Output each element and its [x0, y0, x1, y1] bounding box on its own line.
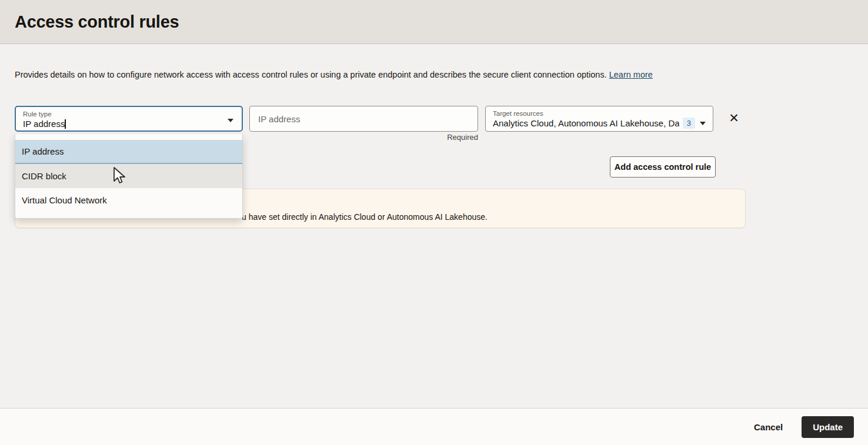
- rule-type-value: IP address: [23, 118, 65, 129]
- page-header: Access control rules: [0, 0, 868, 44]
- update-button[interactable]: Update: [802, 416, 854, 438]
- chevron-down-icon: [228, 119, 233, 122]
- remove-rule-button[interactable]: ✕: [725, 109, 743, 127]
- ip-address-input[interactable]: [258, 114, 469, 124]
- access-control-rules-page: Access control rules Provides details on…: [0, 0, 868, 445]
- rule-type-combobox[interactable]: Rule type IP address: [15, 106, 243, 132]
- intro-text: Provides details on how to configure net…: [15, 70, 607, 79]
- dropdown-option-cidr-block[interactable]: CIDR block: [15, 164, 242, 188]
- selection-count-badge: 3: [683, 118, 695, 129]
- text-caret: [65, 119, 66, 129]
- close-icon: ✕: [729, 111, 739, 125]
- cancel-button[interactable]: Cancel: [754, 422, 783, 432]
- rule-type-dropdown-menu: IP address CIDR block Virtual Cloud Netw…: [15, 134, 243, 219]
- learn-more-link[interactable]: Learn more: [609, 70, 653, 79]
- target-resources-label: Target resources: [493, 109, 706, 118]
- rule-type-label: Rule type: [23, 110, 235, 118]
- chevron-down-icon: [700, 122, 706, 125]
- dropdown-option-virtual-cloud-network[interactable]: Virtual Cloud Network: [15, 188, 242, 212]
- page-title: Access control rules: [15, 12, 179, 32]
- intro-description: Provides details on how to configure net…: [15, 70, 653, 79]
- target-resources-value: Analytics Cloud, Autonomous AI Lakehouse…: [493, 118, 679, 129]
- add-access-control-rule-button[interactable]: Add access control rule: [610, 156, 716, 178]
- ip-address-field: [249, 106, 478, 132]
- target-resources-combobox[interactable]: Target resources Analytics Cloud, Autono…: [485, 106, 713, 132]
- required-helper: Required: [249, 133, 478, 142]
- dropdown-option-ip-address[interactable]: IP address: [15, 140, 242, 164]
- notice-text: u have set directly in Analytics Cloud o…: [242, 212, 488, 222]
- footer-bar: Cancel Update: [0, 408, 868, 445]
